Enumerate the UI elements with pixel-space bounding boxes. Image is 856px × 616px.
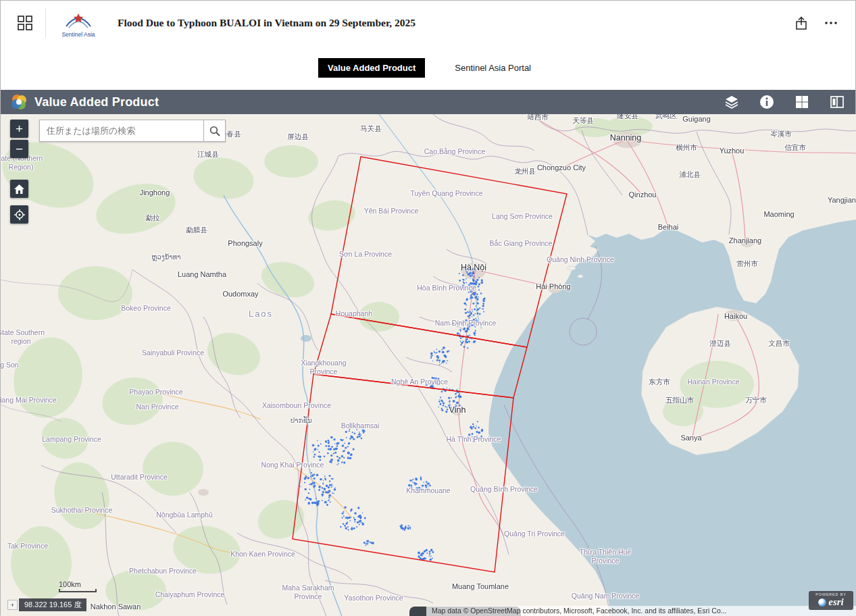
map-tools: + −	[10, 120, 28, 224]
top-header: Sentinel Asia Flood Due to Typhoon BUALO…	[1, 1, 855, 45]
home-button[interactable]	[10, 180, 28, 198]
layers-button[interactable]	[723, 93, 740, 111]
basemap	[1, 114, 856, 616]
tab-bar: Value Added Product Sentinel Asia Portal	[1, 45, 855, 90]
share-button[interactable]	[789, 11, 813, 35]
scale-label: 100km	[59, 580, 81, 588]
map-canvas[interactable]: 绿春县屏边县马关县靖西市天等县隆安县武鸣区Guigang岑溪市Nanning横州…	[1, 114, 856, 616]
sentinel-asia-logo-text: Sentinel Asia	[61, 31, 95, 38]
basemap-gallery-button[interactable]	[793, 93, 811, 111]
home-icon	[14, 184, 24, 194]
share-icon	[795, 16, 807, 30]
legend-panel-button[interactable]	[828, 93, 846, 111]
tab-value-added-product[interactable]: Value Added Product	[318, 58, 425, 78]
tab-sentinel-asia-portal[interactable]: Sentinel Asia Portal	[448, 58, 538, 78]
grid-icon	[794, 94, 810, 110]
map-attribution: Map data © OpenStreetMap contributors, M…	[426, 606, 856, 616]
sentinel-asia-logo[interactable]: Sentinel Asia	[54, 9, 103, 38]
zoom-out-button[interactable]: −	[10, 140, 28, 158]
header-separator	[45, 8, 46, 38]
scale-line	[59, 589, 97, 592]
coordinate-capture-button[interactable]: +	[7, 600, 18, 610]
zoom-in-button[interactable]: +	[10, 120, 28, 138]
coordinate-readout: 98.322 19.165 度	[19, 598, 86, 611]
info-button[interactable]	[758, 93, 776, 111]
scale-bar: 100km	[59, 580, 97, 592]
search-box	[39, 120, 226, 142]
coordinate-widget: + 98.322 19.165 度	[7, 598, 86, 611]
page-title: Flood Due to Typhoon BUALOI in Vietnam o…	[118, 17, 416, 29]
search-input[interactable]	[39, 120, 203, 142]
info-icon	[759, 94, 775, 110]
map-header: Value Added Product	[1, 90, 855, 114]
app-grid-button[interactable]	[11, 9, 39, 36]
map-header-title: Value Added Product	[34, 95, 159, 109]
app-window: Sentinel Asia Flood Due to Typhoon BUALO…	[0, 0, 856, 616]
app-grid-icon	[18, 16, 32, 30]
search-button[interactable]	[203, 120, 226, 142]
sentinel-asia-emblem-icon	[64, 9, 93, 30]
esri-globe-icon	[818, 598, 826, 607]
more-options-button[interactable]	[819, 11, 843, 35]
value-added-product-logo-icon	[10, 93, 28, 111]
search-icon	[209, 126, 220, 136]
locate-button[interactable]	[10, 205, 28, 224]
ellipsis-icon	[824, 21, 838, 25]
layers-icon	[724, 94, 740, 110]
esri-wordmark: esri	[828, 596, 844, 608]
crosshair-icon	[14, 209, 25, 220]
split-panel-icon	[829, 94, 845, 110]
esri-logo[interactable]: POWERED BY esri	[809, 591, 853, 610]
